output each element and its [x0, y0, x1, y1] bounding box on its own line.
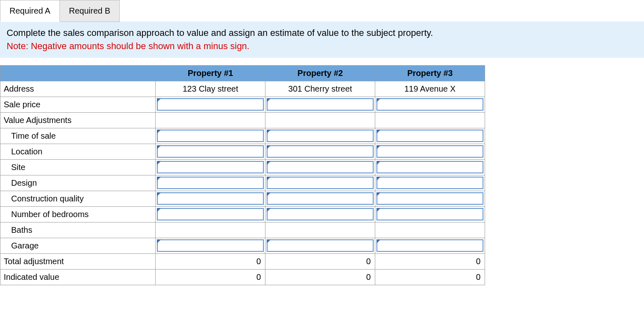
cell-total_adj-p3: 0	[375, 253, 485, 269]
input-bedrooms-p2[interactable]	[268, 209, 373, 220]
cell-bedrooms-p3	[375, 206, 485, 222]
header-property-1: Property #1	[156, 65, 265, 81]
input-construction-p2[interactable]	[268, 193, 373, 204]
input-sale_price-p3[interactable]	[377, 99, 483, 110]
cell-garage-p1	[156, 238, 265, 253]
input-construction-p3[interactable]	[377, 193, 483, 204]
cell-value_adj-p1	[156, 112, 265, 128]
input-location-p2[interactable]	[268, 146, 373, 157]
cell-baths-p1	[156, 222, 265, 238]
table-row: Address123 Clay street301 Cherry street1…	[0, 81, 485, 97]
input-bedrooms-p3[interactable]	[377, 209, 483, 220]
table-row: Design	[0, 175, 485, 191]
cell-site-p2	[265, 159, 375, 175]
cell-sale_price-p1	[156, 97, 265, 112]
cell-garage-p3	[375, 238, 485, 253]
cell-time_of_sale-p3	[375, 128, 485, 144]
table-row: Location	[0, 144, 485, 159]
row-label-location: Location	[0, 144, 156, 159]
header-property-2: Property #2	[265, 65, 375, 81]
tab-required-a[interactable]: Required A	[0, 0, 60, 22]
cell-address-p3: 119 Avenue X	[375, 81, 485, 97]
cell-location-p1	[156, 144, 265, 159]
table-row: Sale price	[0, 97, 485, 112]
input-design-p2[interactable]	[268, 177, 373, 188]
input-site-p2[interactable]	[268, 162, 373, 173]
row-label-bedrooms: Number of bedrooms	[0, 206, 156, 222]
cell-sale_price-p3	[375, 97, 485, 112]
row-label-garage: Garage	[0, 238, 156, 253]
cell-total_adj-p2: 0	[265, 253, 375, 269]
cell-value_adj-p3	[375, 112, 485, 128]
tab-bar: Required A Required B	[0, 0, 644, 22]
input-location-p1[interactable]	[158, 146, 263, 157]
cell-baths-p2	[265, 222, 375, 238]
table-row: Indicated value000	[0, 269, 485, 285]
input-site-p3[interactable]	[377, 162, 483, 173]
comparison-table: Property #1 Property #2 Property #3 Addr…	[0, 65, 485, 285]
cell-address-p2: 301 Cherry street	[265, 81, 375, 97]
row-label-time_of_sale: Time of sale	[0, 128, 156, 144]
table-row: Construction quality	[0, 191, 485, 206]
row-label-total_adj: Total adjustment	[0, 253, 156, 269]
instruction-note: Note: Negative amounts should be shown w…	[7, 41, 249, 51]
row-label-construction: Construction quality	[0, 191, 156, 206]
input-time_of_sale-p2[interactable]	[268, 130, 373, 141]
cell-site-p3	[375, 159, 485, 175]
table-row: Total adjustment000	[0, 253, 485, 269]
tab-required-b[interactable]: Required B	[59, 0, 120, 22]
cell-address-p1: 123 Clay street	[156, 81, 265, 97]
table-row: Time of sale	[0, 128, 485, 144]
input-garage-p1[interactable]	[158, 240, 263, 251]
input-site-p1[interactable]	[158, 162, 263, 173]
input-bedrooms-p1[interactable]	[158, 209, 263, 220]
table-row: Value Adjustments	[0, 112, 485, 128]
cell-time_of_sale-p1	[156, 128, 265, 144]
cell-bedrooms-p1	[156, 206, 265, 222]
table-row: Number of bedrooms	[0, 206, 485, 222]
cell-baths-p3	[375, 222, 485, 238]
cell-design-p3	[375, 175, 485, 191]
input-design-p1[interactable]	[158, 177, 263, 188]
input-sale_price-p2[interactable]	[268, 99, 373, 110]
row-label-baths: Baths	[0, 222, 156, 238]
cell-time_of_sale-p2	[265, 128, 375, 144]
cell-location-p2	[265, 144, 375, 159]
input-location-p3[interactable]	[377, 146, 483, 157]
table-row: Site	[0, 159, 485, 175]
row-label-indicated: Indicated value	[0, 269, 156, 285]
cell-sale_price-p2	[265, 97, 375, 112]
row-label-site: Site	[0, 159, 156, 175]
cell-location-p3	[375, 144, 485, 159]
input-garage-p3[interactable]	[377, 240, 483, 251]
cell-construction-p2	[265, 191, 375, 206]
input-time_of_sale-p3[interactable]	[377, 130, 483, 141]
input-garage-p2[interactable]	[268, 240, 373, 251]
row-label-address: Address	[0, 81, 156, 97]
cell-construction-p1	[156, 191, 265, 206]
input-construction-p1[interactable]	[158, 193, 263, 204]
header-property-3: Property #3	[375, 65, 485, 81]
row-label-sale_price: Sale price	[0, 97, 156, 112]
table-row: Garage	[0, 238, 485, 253]
cell-indicated-p3: 0	[375, 269, 485, 285]
cell-total_adj-p1: 0	[156, 253, 265, 269]
cell-garage-p2	[265, 238, 375, 253]
cell-value_adj-p2	[265, 112, 375, 128]
input-sale_price-p1[interactable]	[158, 99, 263, 110]
cell-design-p1	[156, 175, 265, 191]
row-label-value_adj: Value Adjustments	[0, 112, 156, 128]
table-row: Baths	[0, 222, 485, 238]
instruction-banner: Complete the sales comparison approach t…	[0, 21, 644, 58]
cell-bedrooms-p2	[265, 206, 375, 222]
cell-construction-p3	[375, 191, 485, 206]
row-label-design: Design	[0, 175, 156, 191]
cell-site-p1	[156, 159, 265, 175]
input-time_of_sale-p1[interactable]	[158, 130, 263, 141]
instruction-text: Complete the sales comparison approach t…	[7, 28, 433, 38]
cell-design-p2	[265, 175, 375, 191]
input-design-p3[interactable]	[377, 177, 483, 188]
cell-indicated-p2: 0	[265, 269, 375, 285]
cell-indicated-p1: 0	[156, 269, 265, 285]
header-blank	[0, 65, 156, 81]
